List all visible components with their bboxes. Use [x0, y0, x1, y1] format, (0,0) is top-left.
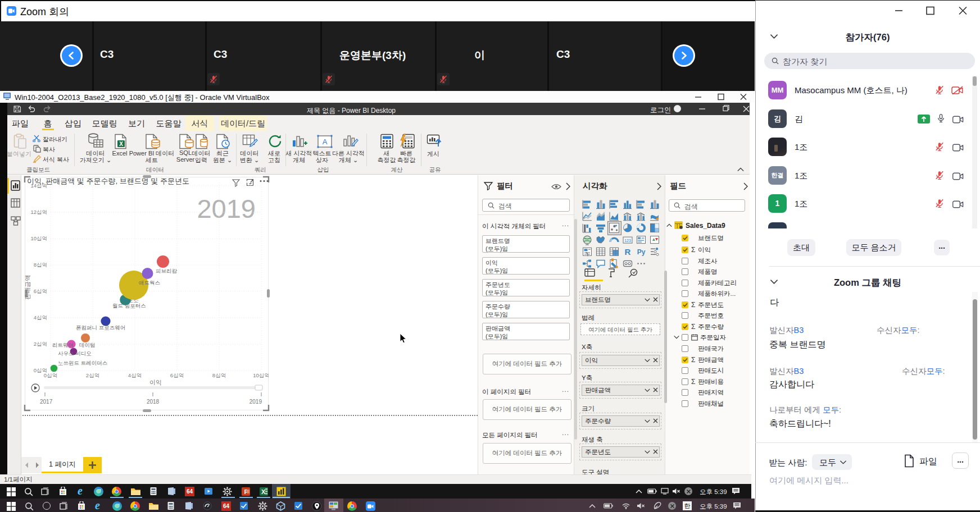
svg-text:데이텀: 데이텀 [79, 342, 96, 348]
svg-text:월드 임포터스: 월드 임포터스 [112, 303, 146, 309]
svg-text:노쓰윈드 트레이더스: 노쓰윈드 트레이더스 [58, 360, 107, 366]
svg-text:이익, 판매금액 및 주문수량, 브랜드명 및 주문년도: 이익, 판매금액 및 주문수량, 브랜드명 및 주문년도 [27, 177, 189, 185]
svg-text:리트웨어: 리트웨어 [52, 342, 74, 348]
svg-text:2017: 2017 [40, 399, 53, 405]
svg-text:판매금액: 판매금액 [25, 275, 31, 300]
svg-text:123: 123 [624, 239, 631, 243]
svg-text:사우쓰 비디오: 사우쓰 비디오 [58, 350, 92, 356]
svg-text:4십억: 4십억 [128, 372, 142, 378]
svg-text:6십억: 6십억 [170, 372, 184, 378]
svg-text:2019: 2019 [249, 399, 262, 405]
svg-text:2십억: 2십억 [34, 341, 47, 347]
svg-text:A: A [323, 138, 328, 146]
svg-text:Py: Py [637, 248, 646, 256]
svg-text:애드웍스: 애드웍스 [139, 280, 160, 286]
svg-text:X: X [261, 488, 266, 495]
svg-text:6십억: 6십억 [34, 288, 47, 294]
svg-text:10십억: 10십억 [30, 235, 47, 241]
svg-text:피브리캄: 피브리캄 [156, 268, 178, 274]
svg-text:R: R [625, 247, 631, 257]
svg-text:4십억: 4십억 [34, 314, 47, 321]
svg-text:X: X [119, 141, 123, 147]
svg-text:0십억: 0십억 [44, 372, 57, 378]
svg-text:2018: 2018 [147, 399, 160, 405]
svg-text:이익: 이익 [149, 379, 162, 386]
svg-text:14십억: 14십억 [30, 182, 47, 189]
svg-text:폰컴퍼니 프로즈웨어: 폰컴퍼니 프로즈웨어 [76, 324, 125, 331]
svg-text:8십억: 8십억 [212, 372, 226, 378]
svg-text:12십억: 12십억 [30, 209, 47, 215]
svg-text:2019: 2019 [197, 194, 256, 223]
svg-text:2십억: 2십억 [86, 372, 99, 378]
svg-text:10십억: 10십억 [253, 372, 269, 378]
svg-text:8십억: 8십억 [34, 262, 47, 268]
